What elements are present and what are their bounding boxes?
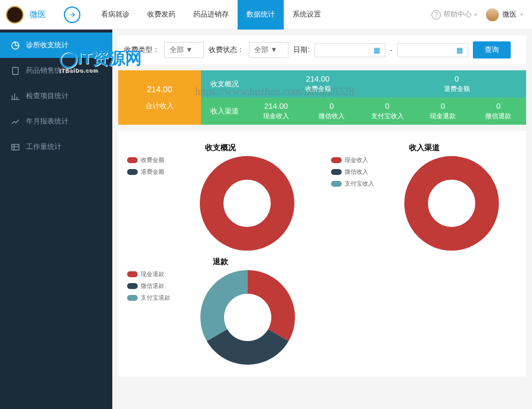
legend-swatch-icon xyxy=(331,169,342,175)
table-icon xyxy=(11,142,20,152)
stat-cell: 214.00现金收入 xyxy=(248,98,304,125)
chevron-down-icon: ▾ xyxy=(474,11,477,18)
help-link[interactable]: ? 帮助中心 ▾ xyxy=(432,9,477,20)
stat-cell: 0现金退款 xyxy=(415,98,471,125)
sidebar-item-workload[interactable]: 工作量统计 xyxy=(0,134,112,160)
legend-swatch-icon xyxy=(127,271,138,277)
filter-bar: 收费类型： 全部 ▼ 收费状态： 全部 ▼ 日期: ▦ - ▦ 查询 xyxy=(118,35,526,64)
app-logo-icon xyxy=(6,6,24,24)
stat-cell: 214.00收费金额 xyxy=(248,70,387,98)
stat-value: 214.00 xyxy=(264,102,288,111)
brand-name: 微医 xyxy=(30,9,46,20)
clipboard-icon xyxy=(11,66,20,76)
legend-item[interactable]: 现金收入 xyxy=(331,156,374,164)
legend-item[interactable]: 支付宝收入 xyxy=(331,180,374,188)
chart-title: 收入渠道 xyxy=(331,142,517,153)
legend-item[interactable]: 微信退款 xyxy=(127,282,170,290)
legend-label: 收费金额 xyxy=(141,156,164,164)
total-label: 合计收入 xyxy=(145,101,174,111)
sidebar-item-sales[interactable]: 药品销售统计 xyxy=(0,58,112,83)
sidebar: 诊所收支统计 药品销售统计 检查项目统计 年月报表统计 工作量统计 xyxy=(0,30,112,409)
stat-value: 0 xyxy=(385,102,389,111)
sidebar-item-exam[interactable]: 检查项目统计 xyxy=(0,83,112,109)
chart-block: 收支概况 收费金额退费金额 xyxy=(118,139,322,254)
pie-chart-icon xyxy=(11,41,20,50)
donut-chart-icon xyxy=(200,270,295,365)
legend-label: 微信退款 xyxy=(141,282,164,290)
chart-legend: 现金收入微信收入支付宝收入 xyxy=(331,156,374,188)
legend-label: 微信收入 xyxy=(345,168,368,176)
date-from-input[interactable]: ▦ xyxy=(314,43,385,57)
chart-title: 收支概况 xyxy=(127,142,313,153)
arrow-right-icon xyxy=(68,11,76,19)
legend-label: 退费金额 xyxy=(141,168,164,176)
filter-type-label: 收费类型： xyxy=(124,45,160,55)
user-name: 微医 xyxy=(502,9,517,20)
stat-value: 0 xyxy=(496,102,500,111)
legend-label: 支付宝收入 xyxy=(345,180,374,188)
svg-point-4 xyxy=(416,168,487,239)
legend-item[interactable]: 现金退款 xyxy=(127,270,170,278)
legend-item[interactable]: 微信收入 xyxy=(331,168,374,176)
nav-tabs: 看病就诊 收费发药 药品进销存 数据统计 系统设置 xyxy=(92,0,330,30)
app-header: 微医 看病就诊 收费发药 药品进销存 数据统计 系统设置 ? 帮助中心 ▾ 微医… xyxy=(0,0,532,30)
sidebar-item-label: 工作量统计 xyxy=(26,142,61,152)
overview-strip: 收支概况 214.00收费金额0退费金额 xyxy=(201,70,526,98)
nav-tab-visit[interactable]: 看病就诊 xyxy=(92,0,138,30)
legend-swatch-icon xyxy=(127,157,138,163)
sidebar-item-label: 药品销售统计 xyxy=(26,66,69,76)
stat-label: 支付宝收入 xyxy=(371,112,404,121)
trend-icon xyxy=(11,117,20,126)
legend-item[interactable]: 支付宝退款 xyxy=(127,294,170,302)
chart-legend: 收费金额退费金额 xyxy=(127,156,168,176)
chart-title: 退款 xyxy=(127,257,313,267)
legend-label: 支付宝退款 xyxy=(141,294,170,302)
donut-chart-icon xyxy=(200,156,294,251)
sidebar-item-label: 诊所收支统计 xyxy=(26,40,69,50)
nav-tab-charge[interactable]: 收费发药 xyxy=(138,0,184,30)
sidebar-item-income[interactable]: 诊所收支统计 xyxy=(0,33,112,58)
query-button[interactable]: 查询 xyxy=(473,41,511,59)
donut-chart-icon xyxy=(404,156,499,251)
stat-value: 0 xyxy=(455,74,459,83)
legend-label: 现金退款 xyxy=(141,270,164,278)
svg-rect-1 xyxy=(12,67,18,74)
stat-value: 0 xyxy=(440,102,445,111)
svg-point-3 xyxy=(212,168,283,239)
user-menu[interactable]: 微医 ▾ xyxy=(486,8,523,21)
legend-swatch-icon xyxy=(127,169,138,175)
nav-tab-inventory[interactable]: 药品进销存 xyxy=(184,0,238,30)
legend-item[interactable]: 退费金额 xyxy=(127,168,168,176)
charts-panel: 收支概况 收费金额退费金额 收入渠道 现金收入微信收入支付宝收入 退款 现金退款… xyxy=(118,131,526,376)
sidebar-item-report[interactable]: 年月报表统计 xyxy=(0,109,112,134)
legend-swatch-icon xyxy=(127,283,138,289)
stat-value: 214.00 xyxy=(306,74,330,83)
stat-label: 退费金额 xyxy=(444,85,470,93)
sidebar-item-label: 年月报表统计 xyxy=(26,116,69,126)
legend-item[interactable]: 收费金额 xyxy=(127,156,168,164)
nav-tab-settings[interactable]: 系统设置 xyxy=(284,0,330,30)
filter-date-label: 日期: xyxy=(293,45,309,55)
date-to-input[interactable]: ▦ xyxy=(397,43,468,57)
calendar-icon: ▦ xyxy=(456,46,463,54)
channels-label: 收入渠道 xyxy=(201,98,248,125)
sidebar-item-label: 检查项目统计 xyxy=(26,91,69,101)
filter-status-label: 收费状态： xyxy=(209,45,244,55)
back-button[interactable] xyxy=(64,7,80,23)
avatar-icon xyxy=(486,8,499,21)
date-separator: - xyxy=(390,46,392,54)
stat-label: 微信退款 xyxy=(485,112,511,121)
stat-label: 现金退款 xyxy=(430,112,456,121)
content-area: 收费类型： 全部 ▼ 收费状态： 全部 ▼ 日期: ▦ - ▦ 查询 214.0… xyxy=(112,30,532,409)
stat-label: 微信收入 xyxy=(319,112,345,121)
chart-legend: 现金退款微信退款支付宝退款 xyxy=(127,270,170,302)
calendar-icon: ▦ xyxy=(374,46,380,54)
stat-cell: 0微信退款 xyxy=(471,98,526,125)
filter-type-select[interactable]: 全部 ▼ xyxy=(164,42,204,58)
filter-status-select[interactable]: 全部 ▼ xyxy=(249,42,288,58)
bar-chart-icon xyxy=(11,92,20,101)
help-icon: ? xyxy=(432,10,441,20)
stats-summary: 214.00 合计收入 收支概况 214.00收费金额0退费金额 收入渠道 21… xyxy=(118,70,526,125)
stat-cell: 0支付宝收入 xyxy=(359,98,415,125)
nav-tab-stats[interactable]: 数据统计 xyxy=(238,0,284,30)
